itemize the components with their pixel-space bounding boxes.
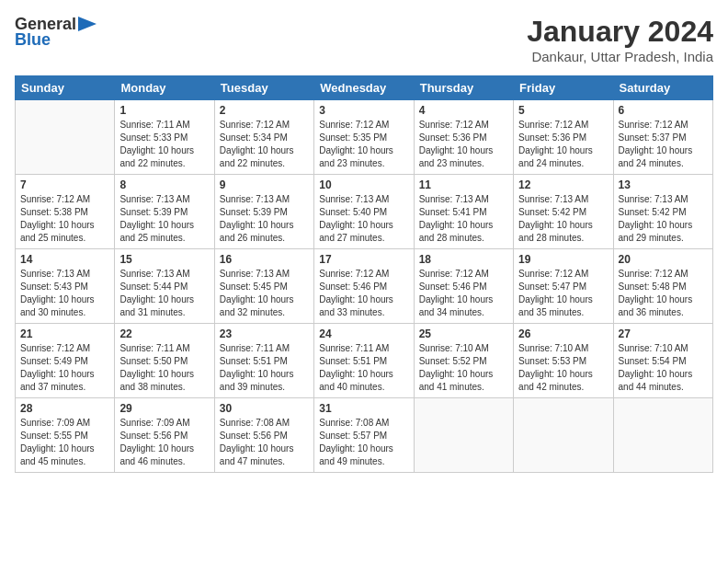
- calendar-cell: 23Sunrise: 7:11 AM Sunset: 5:51 PM Dayli…: [214, 324, 313, 398]
- day-number: 5: [518, 104, 608, 117]
- calendar-cell: 9Sunrise: 7:13 AM Sunset: 5:39 PM Daylig…: [214, 175, 313, 249]
- day-number: 3: [319, 104, 408, 117]
- calendar-cell: 13Sunrise: 7:13 AM Sunset: 5:42 PM Dayli…: [613, 175, 712, 249]
- day-number: 20: [619, 253, 708, 266]
- day-info: Sunrise: 7:13 AM Sunset: 5:39 PM Dayligh…: [119, 193, 209, 245]
- calendar-cell: 25Sunrise: 7:10 AM Sunset: 5:52 PM Dayli…: [414, 324, 513, 398]
- day-number: 15: [119, 253, 209, 266]
- day-number: 10: [319, 178, 408, 191]
- day-number: 8: [119, 178, 209, 191]
- calendar-cell: 4Sunrise: 7:12 AM Sunset: 5:36 PM Daylig…: [414, 100, 513, 175]
- week-row-3: 14Sunrise: 7:13 AM Sunset: 5:43 PM Dayli…: [16, 249, 713, 324]
- calendar-cell: 22Sunrise: 7:11 AM Sunset: 5:50 PM Dayli…: [115, 324, 214, 398]
- day-info: Sunrise: 7:12 AM Sunset: 5:49 PM Dayligh…: [20, 342, 109, 394]
- day-number: 19: [518, 253, 608, 266]
- day-number: 24: [319, 327, 408, 340]
- calendar-cell: 6Sunrise: 7:12 AM Sunset: 5:37 PM Daylig…: [613, 100, 712, 175]
- day-number: 7: [20, 178, 109, 191]
- header-cell-sunday: Sunday: [16, 76, 115, 100]
- calendar-table: SundayMondayTuesdayWednesdayThursdayFrid…: [15, 75, 713, 473]
- calendar-cell: 14Sunrise: 7:13 AM Sunset: 5:43 PM Dayli…: [16, 249, 115, 324]
- day-info: Sunrise: 7:10 AM Sunset: 5:52 PM Dayligh…: [419, 342, 508, 394]
- calendar-cell: [514, 398, 613, 473]
- day-info: Sunrise: 7:12 AM Sunset: 5:37 PM Dayligh…: [619, 119, 708, 170]
- page-header: General Blue January 2024 Dankaur, Uttar…: [15, 15, 713, 64]
- day-info: Sunrise: 7:13 AM Sunset: 5:44 PM Dayligh…: [119, 268, 209, 319]
- calendar-cell: 15Sunrise: 7:13 AM Sunset: 5:44 PM Dayli…: [115, 249, 214, 324]
- calendar-cell: 30Sunrise: 7:08 AM Sunset: 5:56 PM Dayli…: [214, 398, 313, 473]
- day-info: Sunrise: 7:12 AM Sunset: 5:46 PM Dayligh…: [419, 268, 508, 319]
- day-info: Sunrise: 7:11 AM Sunset: 5:50 PM Dayligh…: [119, 342, 209, 394]
- calendar-cell: 7Sunrise: 7:12 AM Sunset: 5:38 PM Daylig…: [16, 175, 115, 249]
- day-info: Sunrise: 7:11 AM Sunset: 5:51 PM Dayligh…: [319, 342, 408, 394]
- calendar-cell: 31Sunrise: 7:08 AM Sunset: 5:57 PM Dayli…: [314, 398, 414, 473]
- calendar-cell: 17Sunrise: 7:12 AM Sunset: 5:46 PM Dayli…: [314, 249, 414, 324]
- calendar-body: 1Sunrise: 7:11 AM Sunset: 5:33 PM Daylig…: [16, 100, 713, 473]
- calendar-cell: 2Sunrise: 7:12 AM Sunset: 5:34 PM Daylig…: [214, 100, 313, 175]
- calendar-cell: 1Sunrise: 7:11 AM Sunset: 5:33 PM Daylig…: [115, 100, 214, 175]
- logo-icon: [78, 17, 97, 31]
- day-info: Sunrise: 7:12 AM Sunset: 5:38 PM Dayligh…: [20, 193, 109, 245]
- day-info: Sunrise: 7:13 AM Sunset: 5:40 PM Dayligh…: [319, 193, 408, 245]
- day-info: Sunrise: 7:09 AM Sunset: 5:55 PM Dayligh…: [20, 417, 109, 468]
- calendar-cell: 8Sunrise: 7:13 AM Sunset: 5:39 PM Daylig…: [115, 175, 214, 249]
- calendar-cell: 26Sunrise: 7:10 AM Sunset: 5:53 PM Dayli…: [514, 324, 613, 398]
- day-number: 6: [619, 104, 708, 117]
- day-info: Sunrise: 7:09 AM Sunset: 5:56 PM Dayligh…: [119, 417, 209, 468]
- day-number: 23: [220, 327, 309, 340]
- day-info: Sunrise: 7:13 AM Sunset: 5:39 PM Dayligh…: [220, 193, 309, 245]
- day-number: 16: [220, 253, 309, 266]
- day-number: 2: [220, 104, 309, 117]
- calendar-cell: 19Sunrise: 7:12 AM Sunset: 5:47 PM Dayli…: [514, 249, 613, 324]
- calendar-cell: 27Sunrise: 7:10 AM Sunset: 5:54 PM Dayli…: [613, 324, 712, 398]
- day-number: 29: [119, 402, 209, 415]
- calendar-cell: 5Sunrise: 7:12 AM Sunset: 5:36 PM Daylig…: [514, 100, 613, 175]
- day-number: 17: [319, 253, 408, 266]
- day-number: 31: [319, 402, 408, 415]
- calendar-cell: 18Sunrise: 7:12 AM Sunset: 5:46 PM Dayli…: [414, 249, 513, 324]
- day-number: 18: [419, 253, 508, 266]
- day-number: 30: [220, 402, 309, 415]
- calendar-header-row: SundayMondayTuesdayWednesdayThursdayFrid…: [16, 76, 713, 100]
- svg-marker-0: [78, 17, 97, 31]
- day-info: Sunrise: 7:08 AM Sunset: 5:57 PM Dayligh…: [319, 417, 408, 468]
- calendar-cell: [16, 100, 115, 175]
- day-info: Sunrise: 7:13 AM Sunset: 5:43 PM Dayligh…: [20, 268, 109, 319]
- day-number: 13: [619, 178, 708, 191]
- day-number: 9: [220, 178, 309, 191]
- day-info: Sunrise: 7:12 AM Sunset: 5:48 PM Dayligh…: [619, 268, 708, 319]
- calendar-cell: 28Sunrise: 7:09 AM Sunset: 5:55 PM Dayli…: [16, 398, 115, 473]
- day-info: Sunrise: 7:13 AM Sunset: 5:45 PM Dayligh…: [220, 268, 309, 319]
- day-info: Sunrise: 7:12 AM Sunset: 5:36 PM Dayligh…: [518, 119, 608, 170]
- day-info: Sunrise: 7:11 AM Sunset: 5:33 PM Dayligh…: [119, 119, 209, 170]
- calendar-cell: 12Sunrise: 7:13 AM Sunset: 5:42 PM Dayli…: [514, 175, 613, 249]
- logo-blue-text: Blue: [15, 30, 51, 50]
- header-cell-friday: Friday: [514, 76, 613, 100]
- calendar-cell: 29Sunrise: 7:09 AM Sunset: 5:56 PM Dayli…: [115, 398, 214, 473]
- day-info: Sunrise: 7:10 AM Sunset: 5:54 PM Dayligh…: [619, 342, 708, 394]
- day-number: 12: [518, 178, 608, 191]
- calendar-cell: 3Sunrise: 7:12 AM Sunset: 5:35 PM Daylig…: [314, 100, 414, 175]
- day-info: Sunrise: 7:12 AM Sunset: 5:36 PM Dayligh…: [419, 119, 508, 170]
- week-row-2: 7Sunrise: 7:12 AM Sunset: 5:38 PM Daylig…: [16, 175, 713, 249]
- day-number: 11: [419, 178, 508, 191]
- day-number: 25: [419, 327, 508, 340]
- calendar-cell: [613, 398, 712, 473]
- day-info: Sunrise: 7:12 AM Sunset: 5:35 PM Dayligh…: [319, 119, 408, 170]
- day-info: Sunrise: 7:13 AM Sunset: 5:42 PM Dayligh…: [619, 193, 708, 245]
- day-number: 28: [20, 402, 109, 415]
- day-number: 14: [20, 253, 109, 266]
- week-row-4: 21Sunrise: 7:12 AM Sunset: 5:49 PM Dayli…: [16, 324, 713, 398]
- day-info: Sunrise: 7:12 AM Sunset: 5:46 PM Dayligh…: [319, 268, 408, 319]
- header-cell-monday: Monday: [115, 76, 214, 100]
- day-info: Sunrise: 7:08 AM Sunset: 5:56 PM Dayligh…: [220, 417, 309, 468]
- day-number: 4: [419, 104, 508, 117]
- logo: General Blue: [15, 15, 97, 50]
- day-number: 1: [119, 104, 209, 117]
- header-cell-wednesday: Wednesday: [314, 76, 414, 100]
- calendar-cell: 10Sunrise: 7:13 AM Sunset: 5:40 PM Dayli…: [314, 175, 414, 249]
- day-number: 22: [119, 327, 209, 340]
- calendar-cell: 20Sunrise: 7:12 AM Sunset: 5:48 PM Dayli…: [613, 249, 712, 324]
- month-title: January 2024: [527, 15, 713, 49]
- header-cell-thursday: Thursday: [414, 76, 513, 100]
